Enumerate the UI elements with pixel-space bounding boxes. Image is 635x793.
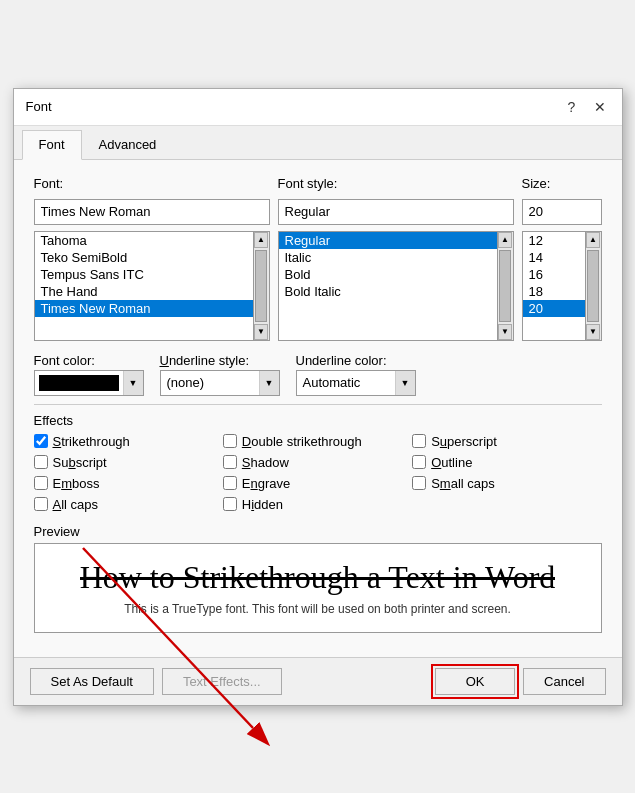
- effect-all-caps: All caps: [34, 497, 223, 512]
- style-list[interactable]: Regular Italic Bold Bold Italic: [278, 231, 498, 341]
- engrave-checkbox[interactable]: [223, 476, 237, 490]
- underline-color-dropdown[interactable]: Automatic ▼: [296, 370, 416, 396]
- close-button[interactable]: ✕: [590, 97, 610, 117]
- preview-box: How to Strikethrough a Text in Word This…: [34, 543, 602, 633]
- list-item[interactable]: Italic: [279, 249, 497, 266]
- underline-color-label: Underline color:: [296, 353, 416, 368]
- effect-superscript: Superscript: [412, 434, 601, 449]
- list-item[interactable]: 12: [523, 232, 585, 249]
- all-caps-checkbox[interactable]: [34, 497, 48, 511]
- small-caps-checkbox[interactable]: [412, 476, 426, 490]
- underline-style-arrow[interactable]: ▼: [259, 371, 279, 395]
- strikethrough-checkbox[interactable]: [34, 434, 48, 448]
- effect-outline: Outline: [412, 455, 601, 470]
- outline-checkbox[interactable]: [412, 455, 426, 469]
- effect-emboss: Emboss: [34, 476, 223, 491]
- color-swatch-black: [39, 375, 119, 391]
- list-item[interactable]: Bold: [279, 266, 497, 283]
- subscript-checkbox[interactable]: [34, 455, 48, 469]
- list-item-selected[interactable]: Times New Roman: [35, 300, 253, 317]
- set-default-button[interactable]: Set As Default: [30, 668, 154, 695]
- subscript-label: Subscript: [53, 455, 107, 470]
- effects-grid: Strikethrough Double strikethrough Super…: [34, 434, 602, 512]
- shadow-checkbox[interactable]: [223, 455, 237, 469]
- effect-engrave: Engrave: [223, 476, 412, 491]
- size-scrollbar[interactable]: ▲ ▼: [586, 231, 602, 341]
- tab-advanced[interactable]: Advanced: [82, 130, 174, 159]
- shadow-label: Shadow: [242, 455, 289, 470]
- font-list-group: Tahoma Teko SemiBold Tempus Sans ITC The…: [34, 231, 270, 341]
- outline-label: Outline: [431, 455, 472, 470]
- size-list[interactable]: 12 14 16 18 20: [522, 231, 586, 341]
- color-dropdown-arrow[interactable]: ▼: [123, 371, 143, 395]
- superscript-checkbox[interactable]: [412, 434, 426, 448]
- effects-section: Effects Strikethrough Double strikethrou…: [34, 404, 602, 512]
- list-item[interactable]: Tahoma: [35, 232, 253, 249]
- list-item[interactable]: Tempus Sans ITC: [35, 266, 253, 283]
- underline-color-arrow[interactable]: ▼: [395, 371, 415, 395]
- list-item[interactable]: The Hand: [35, 283, 253, 300]
- effects-title: Effects: [34, 404, 602, 428]
- font-color-group: Font color: ▼: [34, 353, 144, 396]
- font-color-dropdown[interactable]: ▼: [34, 370, 144, 396]
- list-item[interactable]: 14: [523, 249, 585, 266]
- double-strikethrough-label: Double strikethrough: [242, 434, 362, 449]
- size-label: Size:: [522, 176, 602, 191]
- preview-subtext: This is a TrueType font. This font will …: [124, 602, 511, 616]
- cancel-button[interactable]: Cancel: [523, 668, 605, 695]
- help-button[interactable]: ?: [562, 97, 582, 117]
- scroll-thumb[interactable]: [255, 250, 267, 322]
- text-effects-button[interactable]: Text Effects...: [162, 668, 282, 695]
- effect-strikethrough: Strikethrough: [34, 434, 223, 449]
- list-item[interactable]: 16: [523, 266, 585, 283]
- list-item[interactable]: Bold Italic: [279, 283, 497, 300]
- list-item[interactable]: Teko SemiBold: [35, 249, 253, 266]
- title-bar: Font ? ✕: [14, 89, 622, 126]
- tab-bar: Font Advanced: [14, 126, 622, 160]
- ok-button[interactable]: OK: [435, 668, 515, 695]
- preview-section: Preview How to Strikethrough a Text in W…: [34, 524, 602, 633]
- font-dialog: Font ? ✕ Font Advanced Font: Font style:: [13, 88, 623, 706]
- scroll-down[interactable]: ▼: [254, 324, 268, 340]
- style-scrollbar[interactable]: ▲ ▼: [498, 231, 514, 341]
- font-input[interactable]: [34, 199, 270, 225]
- scroll-up[interactable]: ▲: [586, 232, 600, 248]
- list-item-selected[interactable]: 20: [523, 300, 585, 317]
- effect-double-strikethrough: Double strikethrough: [223, 434, 412, 449]
- effect-small-caps: Small caps: [412, 476, 601, 491]
- list-item[interactable]: 18: [523, 283, 585, 300]
- scroll-down[interactable]: ▼: [586, 324, 600, 340]
- size-input[interactable]: [522, 199, 602, 225]
- scroll-up[interactable]: ▲: [498, 232, 512, 248]
- effect-shadow: Shadow: [223, 455, 412, 470]
- style-label: Font style:: [278, 176, 514, 191]
- list-item-selected[interactable]: Regular: [279, 232, 497, 249]
- scroll-down[interactable]: ▼: [498, 324, 512, 340]
- preview-title: Preview: [34, 524, 602, 539]
- tab-font[interactable]: Font: [22, 130, 82, 160]
- dialog-footer: Set As Default Text Effects... OK Cancel: [14, 657, 622, 705]
- scroll-thumb[interactable]: [499, 250, 511, 322]
- underline-style-dropdown[interactable]: (none) ▼: [160, 370, 280, 396]
- hidden-checkbox[interactable]: [223, 497, 237, 511]
- font-color-label: Font color:: [34, 353, 144, 368]
- style-input[interactable]: [278, 199, 514, 225]
- superscript-label: Superscript: [431, 434, 497, 449]
- strikethrough-label: Strikethrough: [53, 434, 130, 449]
- font-list[interactable]: Tahoma Teko SemiBold Tempus Sans ITC The…: [34, 231, 254, 341]
- size-list-group: 12 14 16 18 20 ▲ ▼: [522, 231, 602, 341]
- small-caps-label: Small caps: [431, 476, 495, 491]
- style-list-group: Regular Italic Bold Bold Italic ▲ ▼: [278, 231, 514, 341]
- color-row: Font color: ▼ Underline style: (none) ▼: [34, 353, 602, 396]
- underline-style-group: Underline style: (none) ▼: [160, 353, 280, 396]
- scroll-thumb[interactable]: [587, 250, 599, 322]
- scroll-up[interactable]: ▲: [254, 232, 268, 248]
- all-caps-label: All caps: [53, 497, 99, 512]
- font-label: Font:: [34, 176, 270, 191]
- emboss-checkbox[interactable]: [34, 476, 48, 490]
- list-row: Tahoma Teko SemiBold Tempus Sans ITC The…: [34, 231, 602, 341]
- double-strikethrough-checkbox[interactable]: [223, 434, 237, 448]
- hidden-label: Hidden: [242, 497, 283, 512]
- font-scrollbar[interactable]: ▲ ▼: [254, 231, 270, 341]
- dialog-content: Font: Font style: Size:: [14, 160, 622, 657]
